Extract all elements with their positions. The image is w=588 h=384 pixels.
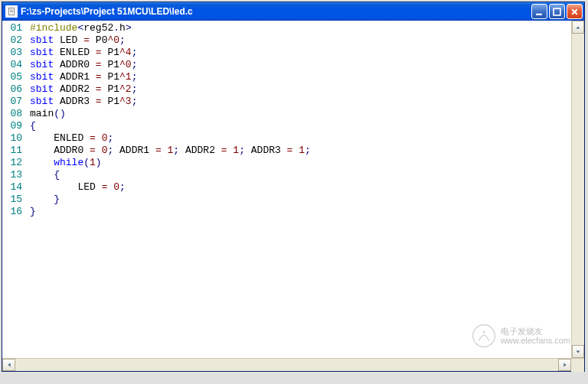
- minimize-button[interactable]: [531, 4, 547, 19]
- vscroll-track[interactable]: [572, 34, 584, 345]
- file-icon: [5, 5, 18, 18]
- line-number-gutter: 01020304050607080910111213141516: [2, 21, 27, 358]
- watermark-logo-icon: [472, 324, 496, 348]
- line-number: 14: [5, 181, 22, 194]
- code-line[interactable]: sbit ENLED = P1^4;: [30, 47, 571, 59]
- editor-area: 01020304050607080910111213141516 #includ…: [2, 21, 584, 358]
- horizontal-scrollbar[interactable]: [2, 358, 584, 371]
- watermark: 电子发烧友 www.elecfans.com: [472, 324, 570, 348]
- hscroll-track[interactable]: [15, 359, 558, 371]
- code-line[interactable]: main(): [30, 108, 571, 120]
- code-line[interactable]: sbit ADDR2 = P1^2;: [30, 83, 571, 96]
- code-line[interactable]: ENLED = 0;: [30, 132, 571, 145]
- line-number: 10: [5, 132, 22, 145]
- scroll-down-button[interactable]: [572, 345, 584, 358]
- editor-window: F:\zs-Projects\Project 51MCU\LED\led.c 0…: [2, 2, 585, 372]
- line-number: 04: [5, 59, 22, 71]
- svg-point-7: [482, 331, 485, 334]
- code-line[interactable]: sbit ADDR3 = P1^3;: [30, 96, 571, 108]
- line-number: 07: [5, 96, 22, 108]
- svg-rect-5: [554, 8, 560, 15]
- code-line[interactable]: LED = 0;: [30, 181, 571, 194]
- code-line[interactable]: sbit ADDR1 = P1^1;: [30, 71, 571, 83]
- close-button[interactable]: [567, 4, 583, 19]
- watermark-text: 电子发烧友 www.elecfans.com: [501, 327, 570, 345]
- window-controls: [531, 4, 583, 19]
- line-number: 01: [5, 22, 22, 34]
- code-line[interactable]: }: [30, 206, 571, 218]
- code-line[interactable]: {: [30, 169, 571, 181]
- line-number: 12: [5, 157, 22, 169]
- scroll-up-button[interactable]: [572, 21, 584, 34]
- svg-rect-4: [536, 13, 542, 15]
- code-line[interactable]: {: [30, 120, 571, 132]
- line-number: 02: [5, 34, 22, 47]
- vertical-scrollbar[interactable]: [571, 21, 584, 358]
- line-number: 05: [5, 71, 22, 83]
- line-number: 03: [5, 47, 22, 59]
- line-number: 06: [5, 83, 22, 96]
- line-number: 15: [5, 194, 22, 206]
- watermark-line2: www.elecfans.com: [501, 336, 570, 345]
- code-line[interactable]: ADDR0 = 0; ADDR1 = 1; ADDR2 = 1; ADDR3 =…: [30, 145, 571, 157]
- title-bar[interactable]: F:\zs-Projects\Project 51MCU\LED\led.c: [2, 2, 584, 21]
- maximize-button[interactable]: [549, 4, 565, 19]
- line-number: 08: [5, 108, 22, 120]
- line-number: 11: [5, 145, 22, 157]
- code-line[interactable]: sbit LED = P0^0;: [30, 34, 571, 47]
- line-number: 13: [5, 169, 22, 181]
- code-line[interactable]: sbit ADDR0 = P1^0;: [30, 59, 571, 71]
- svg-rect-0: [8, 8, 15, 15]
- scroll-right-button[interactable]: [558, 359, 571, 371]
- window-title: F:\zs-Projects\Project 51MCU\LED\led.c: [21, 6, 531, 17]
- code-content[interactable]: #include<reg52.h>sbit LED = P0^0;sbit EN…: [27, 21, 571, 358]
- code-line[interactable]: #include<reg52.h>: [30, 22, 571, 34]
- line-number: 16: [5, 206, 22, 218]
- line-number: 09: [5, 120, 22, 132]
- watermark-line1: 电子发烧友: [501, 327, 570, 336]
- code-line[interactable]: while(1): [30, 157, 571, 169]
- scrollbar-corner: [571, 359, 584, 372]
- scroll-left-button[interactable]: [2, 359, 15, 371]
- code-line[interactable]: }: [30, 194, 571, 206]
